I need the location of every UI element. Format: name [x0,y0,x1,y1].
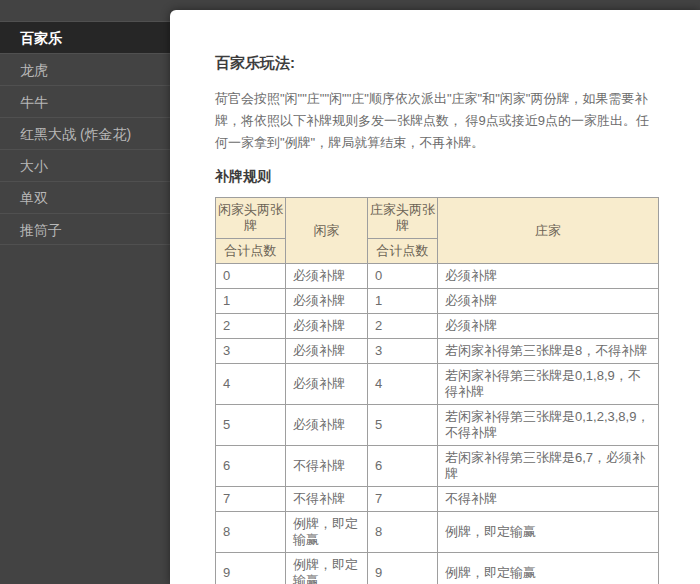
banker-rule-cell: 例牌，即定输赢 [438,553,659,584]
player-points-cell: 9 [216,553,286,584]
banker-rule-cell: 必须补牌 [438,264,659,289]
banker-points-cell: 3 [368,339,438,364]
table-row: 0必须补牌0必须补牌 [216,264,659,289]
player-rule-cell: 不得补牌 [286,446,368,487]
banker-points-cell: 9 [368,553,438,584]
player-rule-cell: 不得补牌 [286,487,368,512]
banker-points-cell: 1 [368,289,438,314]
sidebar-item-2[interactable]: 龙虎 [0,53,170,85]
player-rule-cell: 例牌，即定输赢 [286,553,368,584]
table-row: 9例牌，即定输赢9例牌，即定输赢 [216,553,659,584]
table-row: 4必须补牌4若闲家补得第三张牌是0,1,8,9，不得补牌 [216,364,659,405]
player-rule-cell: 必须补牌 [286,289,368,314]
banker-rule-cell: 若闲家补得第三张牌是8，不得补牌 [438,339,659,364]
sidebar-menu: 百家乐龙虎牛牛红黑大战 (炸金花)大小单双推筒子 [0,21,170,245]
player-points-cell: 1 [216,289,286,314]
table-row: 6不得补牌6若闲家补得第三张牌是6,7，必须补牌 [216,446,659,487]
player-rule-cell: 必须补牌 [286,364,368,405]
content-panel: 百家乐玩法: 荷官会按照"闲""庄""闲""庄"顺序依次派出"庄家"和"闲家"两… [170,10,700,584]
banker-header: 庄家 [438,198,659,264]
player-points-cell: 7 [216,487,286,512]
rules-table: 闲家头两张牌 闲家 庄家头两张牌 庄家 合计点数 合计点数 0必须补牌0必须补牌… [215,197,659,584]
rules-heading: 补牌规则 [215,168,700,185]
table-row: 7不得补牌7不得补牌 [216,487,659,512]
rules-description: 荷官会按照"闲""庄""闲""庄"顺序依次派出"庄家"和"闲家"两份牌，如果需要… [215,88,659,154]
banker-points-cell: 0 [368,264,438,289]
rules-table-body: 0必须补牌0必须补牌1必须补牌1必须补牌2必须补牌2必须补牌3必须补牌3若闲家补… [216,264,659,584]
banker-points-cell: 8 [368,512,438,553]
table-row: 5必须补牌5若闲家补得第三张牌是0,1,2,3,8,9，不得补牌 [216,405,659,446]
player-points-cell: 8 [216,512,286,553]
banker-rule-cell: 例牌，即定输赢 [438,512,659,553]
player-rule-cell: 必须补牌 [286,405,368,446]
sidebar-item-5[interactable]: 大小 [0,149,170,181]
player-rule-cell: 必须补牌 [286,314,368,339]
player-points-cell: 0 [216,264,286,289]
table-row: 2必须补牌2必须补牌 [216,314,659,339]
player-header: 闲家 [286,198,368,264]
player-rule-cell: 必须补牌 [286,339,368,364]
player-rule-cell: 必须补牌 [286,264,368,289]
sidebar: 百家乐龙虎牛牛红黑大战 (炸金花)大小单双推筒子 [0,0,170,584]
player-points-cell: 3 [216,339,286,364]
banker-rule-cell: 若闲家补得第三张牌是6,7，必须补牌 [438,446,659,487]
sidebar-item-4[interactable]: 红黑大战 (炸金花) [0,117,170,149]
table-row: 1必须补牌1必须补牌 [216,289,659,314]
sidebar-item-1[interactable]: 百家乐 [0,21,170,53]
sidebar-item-7[interactable]: 推筒子 [0,213,170,245]
player-total-header: 合计点数 [216,239,286,264]
banker-rule-cell: 若闲家补得第三张牌是0,1,2,3,8,9，不得补牌 [438,405,659,446]
banker-rule-cell: 不得补牌 [438,487,659,512]
banker-points-cell: 6 [368,446,438,487]
table-row: 3必须补牌3若闲家补得第三张牌是8，不得补牌 [216,339,659,364]
sidebar-item-6[interactable]: 单双 [0,181,170,213]
banker-rule-cell: 若闲家补得第三张牌是0,1,8,9，不得补牌 [438,364,659,405]
player-points-cell: 6 [216,446,286,487]
banker-points-cell: 4 [368,364,438,405]
banker-points-cell: 2 [368,314,438,339]
player-points-cell: 4 [216,364,286,405]
banker-points-cell: 5 [368,405,438,446]
table-header-row-top: 闲家头两张牌 闲家 庄家头两张牌 庄家 [216,198,659,239]
player-pair-header: 闲家头两张牌 [216,198,286,239]
player-points-cell: 2 [216,314,286,339]
banker-total-header: 合计点数 [368,239,438,264]
player-points-cell: 5 [216,405,286,446]
player-rule-cell: 例牌，即定输赢 [286,512,368,553]
table-row: 8例牌，即定输赢8例牌，即定输赢 [216,512,659,553]
banker-pair-header: 庄家头两张牌 [368,198,438,239]
banker-rule-cell: 必须补牌 [438,289,659,314]
page-title: 百家乐玩法: [215,54,700,72]
banker-points-cell: 7 [368,487,438,512]
banker-rule-cell: 必须补牌 [438,314,659,339]
sidebar-item-3[interactable]: 牛牛 [0,85,170,117]
